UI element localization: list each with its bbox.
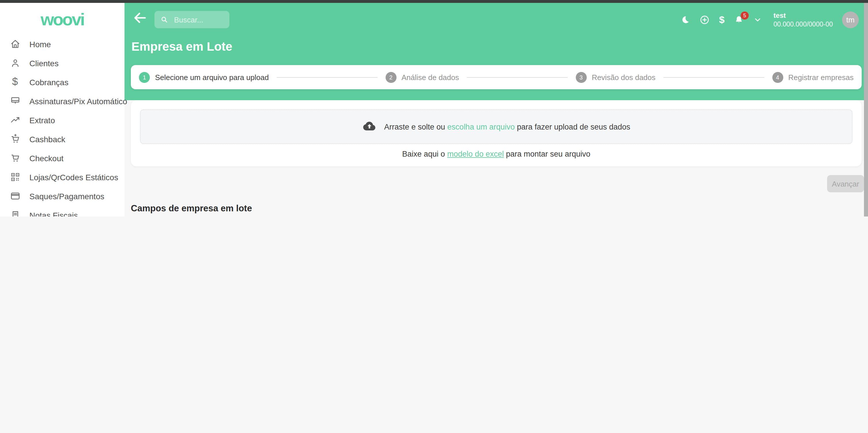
step-2-label: Análise de dados — [401, 73, 459, 81]
sidebar: woovi Home Clientes $ Cobranças Assinatu… — [0, 3, 124, 216]
notifications-bell-icon[interactable]: 5 — [734, 15, 744, 25]
step-3-circle: 3 — [576, 72, 586, 82]
app-root: woovi Home Clientes $ Cobranças Assinatu… — [0, 0, 868, 216]
page-title: Empresa em Lote — [131, 40, 232, 54]
notification-count-badge: 5 — [741, 11, 749, 19]
step-4: 4 Registrar empresas — [772, 72, 854, 82]
upload-cloud-icon — [362, 119, 377, 134]
sidebar-item-label: Saques/Pagamentos — [29, 192, 104, 201]
header-actions: $ 5 test 00.000.000/0000-00 tm — [679, 10, 859, 29]
home-icon — [9, 38, 21, 50]
account-name: test — [773, 11, 833, 20]
search-icon — [160, 15, 168, 24]
cart-icon — [9, 152, 21, 164]
chevron-down-icon[interactable] — [753, 15, 762, 24]
step-1-label: Selecione um arquivo para upload — [155, 73, 269, 81]
sidebar-item-checkout[interactable]: Checkout — [0, 148, 124, 168]
step-3: 3 Revisão dos dados — [576, 72, 655, 82]
dark-mode-moon-icon[interactable] — [679, 15, 690, 25]
sidebar-item-label: Checkout — [29, 154, 63, 163]
sidebar-item-saques[interactable]: Saques/Pagamentos — [0, 187, 124, 206]
sidebar-item-label: Notas Fiscais — [29, 210, 78, 216]
woovi-logo[interactable]: woovi — [0, 10, 124, 29]
credit-card-icon — [9, 190, 21, 202]
step-connector — [467, 77, 568, 77]
subscription-card-icon — [9, 95, 21, 107]
sidebar-nav: Home Clientes $ Cobranças Assinaturas/Pi… — [0, 35, 124, 216]
qrcode-icon — [9, 171, 21, 183]
sidebar-item-clientes[interactable]: Clientes — [0, 54, 124, 72]
step-1-circle: 1 — [139, 72, 150, 82]
sidebar-item-label: Lojas/QrCodes Estáticos — [29, 172, 118, 182]
sidebar-item-assinaturas[interactable]: Assinaturas/Pix Automático — [0, 92, 124, 110]
sidebar-item-cobrancas[interactable]: $ Cobranças — [0, 72, 124, 92]
window-top-bar — [0, 0, 868, 3]
account-document: 00.000.000/0000-00 — [773, 20, 833, 29]
sidebar-item-extrato[interactable]: Extrato — [0, 110, 124, 130]
avatar[interactable]: tm — [842, 11, 859, 28]
person-icon — [9, 57, 21, 69]
step-4-label: Registrar empresas — [788, 73, 854, 81]
step-2-circle: 2 — [385, 72, 396, 82]
dollar-icon: $ — [9, 76, 21, 88]
sidebar-item-label: Assinaturas/Pix Automático — [29, 96, 127, 106]
file-dropzone[interactable]: Arraste e solte ou escolha um arquivo pa… — [140, 109, 852, 144]
sidebar-item-home[interactable]: Home — [0, 35, 124, 54]
excel-template-link[interactable]: modelo do excel — [447, 150, 504, 158]
sidebar-item-label: Cashback — [29, 134, 65, 144]
search-input[interactable] — [173, 15, 225, 25]
choose-file-link[interactable]: escolha um arquivo — [447, 122, 515, 131]
step-2: 2 Análise de dados — [385, 72, 459, 82]
fields-section-title: Campos de empresa em lote — [131, 203, 252, 213]
sidebar-item-label: Cobranças — [29, 77, 68, 87]
dropzone-text: Arraste e solte ou escolha um arquivo pa… — [384, 122, 630, 131]
trending-up-icon — [9, 114, 21, 126]
sidebar-item-notas[interactable]: Notas Fiscais — [0, 206, 124, 216]
back-arrow-icon[interactable] — [132, 10, 148, 25]
sidebar-item-lojas[interactable]: Lojas/QrCodes Estáticos — [0, 168, 124, 187]
receipt-icon — [9, 209, 21, 216]
account-switcher[interactable]: test 00.000.000/0000-00 — [773, 11, 833, 29]
template-download-text: Baixe aqui o modelo do excel para montar… — [131, 150, 862, 158]
cart-plus-icon — [9, 133, 21, 145]
vertical-scrollbar[interactable] — [864, 3, 868, 216]
upload-card: Arraste e solte ou escolha um arquivo pa… — [131, 100, 862, 166]
sidebar-item-label: Clientes — [29, 59, 59, 68]
search-box — [154, 11, 229, 28]
step-4-circle: 4 — [772, 72, 783, 82]
sidebar-item-label: Extrato — [29, 115, 55, 125]
currency-dollar-icon[interactable]: $ — [719, 14, 724, 26]
step-3-label: Revisão dos dados — [592, 73, 655, 81]
next-button[interactable]: Avançar — [827, 175, 864, 192]
sidebar-item-cashback[interactable]: Cashback — [0, 130, 124, 148]
sidebar-item-label: Home — [29, 39, 51, 49]
add-plus-circle-icon[interactable] — [699, 14, 710, 25]
stepper: 1 Selecione um arquivo para upload 2 Aná… — [131, 65, 862, 89]
step-1: 1 Selecione um arquivo para upload — [139, 72, 269, 82]
step-connector — [664, 77, 764, 77]
step-connector — [277, 77, 377, 77]
